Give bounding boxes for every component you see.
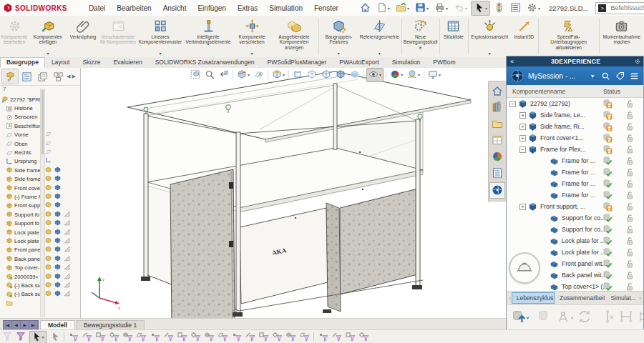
origin-pane-icon[interactable] [45,157,54,165]
view-orientation-button[interactable]: ▾ [270,69,286,81]
panel-collapse-icon[interactable]: « [507,58,517,65]
comp-pane-icon[interactable] [45,282,54,289]
comp-pane-icon[interactable] [45,237,54,245]
tab-pwbom[interactable]: PWBom [426,57,462,68]
status-synced-icon[interactable] [602,247,613,257]
tabs-scroll-right-icon[interactable]: › [638,295,642,302]
padlock-open-icon[interactable] [625,225,635,234]
save-button[interactable]: ▾ [413,1,431,15]
tab-nav-prev-icon[interactable]: ◀ [12,321,21,329]
list-properties-button[interactable] [508,1,523,15]
comp-pane-icon[interactable] [45,184,54,192]
status-synced-icon[interactable] [602,259,613,269]
dropdown-caret-icon[interactable]: ▾ [250,51,253,56]
dropdown-caret-icon[interactable]: ▾ [248,72,250,77]
tab-featuremanager-tree[interactable] [1,69,19,84]
dropdown-caret-icon[interactable]: ▾ [338,51,340,56]
dropdown-caret-icon[interactable]: ▾ [485,6,487,11]
session-selector[interactable]: MySession - ... [528,72,589,80]
status-synced-icon[interactable] [602,282,613,291]
ribbon-komponente-verschieben-button[interactable]: Komponente verschieben▾ [233,16,270,57]
print-button[interactable]: ▾ [432,1,450,15]
comp-pane-icon[interactable] [45,290,54,298]
ribbon-ausgeblendete-komponenten-anzeigen-button[interactable]: Ausgeblendete Komponenten anzeigen [270,16,318,57]
ribbon-momentaufnahme-machen-button[interactable]: Momentaufnahme machen [600,16,644,57]
tab-solidworks-zusatzanwendungen[interactable]: SOLIDWORKS Zusatzanwendungen [149,57,261,68]
display-pane-icon[interactable] [54,211,64,219]
display-pane-icon[interactable] [54,166,64,174]
component-row-frame-for[interactable]: Frame for ... [507,166,643,178]
padlock-open-icon[interactable] [625,202,635,212]
filter-line-button[interactable] [82,332,92,342]
display-pane-icon[interactable] [54,202,64,209]
appearance-pane-icon[interactable] [64,229,73,237]
tree-toggle-icon[interactable]: − [519,146,526,153]
comp-pane-icon[interactable] [45,246,54,254]
display-pane-icon[interactable] [54,219,64,227]
status-save-icon[interactable] [602,99,613,109]
appearance-pane-icon[interactable] [64,273,73,281]
appearance-pane-icon[interactable] [64,264,73,272]
menu-simulation[interactable]: Simulation [263,4,308,12]
ribbon-komponenten-einfügen-button[interactable]: Komponenten einfügen▾ [29,16,67,57]
filter-line-button[interactable] [164,332,174,342]
cube-hlv-button[interactable] [306,69,318,81]
column-status[interactable]: Status [603,88,643,95]
dropdown-caret-icon[interactable]: ▾ [283,72,285,77]
save-platform-button[interactable]: ▾ [512,309,529,325]
component-row-back-panel-wit[interactable]: Back panel wit... [507,269,643,281]
search-input[interactable] [609,4,644,12]
tree-toggle-icon[interactable]: + [519,135,526,141]
component-row-front-cover-1[interactable]: +Front cover<1... [507,132,643,144]
cube-hlr-button[interactable] [320,69,333,81]
dropdown-caret-icon[interactable]: ▾ [527,315,529,320]
appearance-pane-icon[interactable] [64,282,73,289]
padlock-open-icon[interactable] [625,99,635,109]
status-save-icon[interactable] [602,110,613,120]
dropdown-caret-icon[interactable]: ▾ [446,6,448,11]
tab-scroll-right-icon[interactable]: ▶ [71,74,76,79]
feature-tree-scrollbar[interactable] [40,89,45,317]
component-row-22792-22792[interactable]: −22792 (22792) [507,98,643,109]
appearance-ball-button[interactable]: ▾ [389,69,404,81]
padlock-open-icon[interactable] [625,111,635,120]
dropdown-caret-icon[interactable]: ▾ [379,51,381,56]
funnel-color-button[interactable] [16,332,26,343]
comp-pane-icon[interactable] [45,219,54,227]
dropdown-caret-icon[interactable]: ▾ [47,51,49,56]
cube-shaded-button[interactable] [348,69,361,81]
cursor-button[interactable]: ▾ [29,331,47,343]
status-save-icon[interactable] [602,202,613,212]
monitor-button[interactable]: ▾ [426,69,442,81]
component-row-side-frame-le[interactable]: +Side frame, Le... [507,109,643,121]
ribbon-referenzgeometrie-button[interactable]: Referenzgeometrie▾ [358,16,401,57]
status-save-icon[interactable] [602,133,613,143]
dropdown-caret-icon[interactable]: ▾ [379,72,381,77]
appearance-pane-icon[interactable] [64,211,73,219]
funnel-button[interactable] [2,332,12,343]
filter-diamond-button[interactable] [191,332,201,342]
appearance-pane-icon[interactable] [64,237,73,245]
filter-dot-button[interactable] [150,332,160,342]
filter-cube-button[interactable] [286,332,296,342]
gear-button[interactable]: ▾ [525,1,542,15]
dropdown-caret-icon[interactable]: ▾ [401,72,403,77]
cube-shaded-edges-button[interactable] [334,69,347,81]
display-pane-icon[interactable] [54,193,64,201]
tab-configurationmanager[interactable] [34,69,50,84]
tag-icon[interactable] [615,71,625,81]
padlock-open-icon[interactable] [625,237,635,246]
appearance-pane-icon[interactable] [64,255,73,263]
tree-toggle-icon[interactable]: + [519,112,526,119]
padlock-open-icon[interactable] [625,271,635,280]
comp-pane-icon[interactable] [45,166,54,174]
menu-extras[interactable]: Extras [232,4,263,12]
taskpane-threedx-button[interactable] [489,182,505,199]
tab-scroll-left-icon[interactable]: ◀ [66,74,71,79]
display-pane-icon[interactable] [54,255,64,263]
component-row-frame-for[interactable]: Frame for ... [507,155,643,166]
doc-tab-modell[interactable]: Modell [40,320,75,330]
filter-diamond-button[interactable] [109,332,119,342]
display-pane-icon[interactable] [54,246,64,254]
filter-line-button[interactable] [245,332,255,342]
